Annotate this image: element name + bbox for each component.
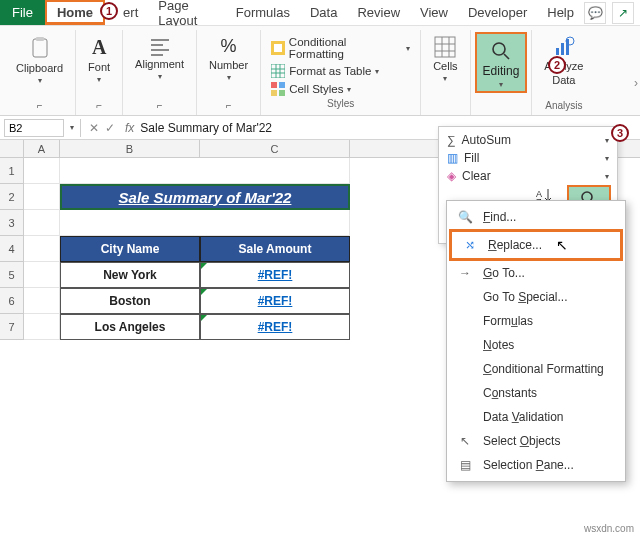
- magnify-icon: [490, 40, 512, 62]
- group-styles: Conditional Formatting▾ Format as Table▾…: [261, 30, 421, 115]
- font-label: Font: [88, 61, 110, 73]
- pane-icon: ▤: [457, 458, 473, 472]
- formula-value[interactable]: Sale Summary of Mar'22: [140, 121, 272, 135]
- menu-goto-special[interactable]: Go To Special...Go To Special...: [447, 285, 625, 309]
- table-row[interactable]: Los Angeles: [60, 314, 200, 340]
- header-city[interactable]: City Name: [60, 236, 200, 262]
- cell[interactable]: [24, 184, 60, 210]
- editing-button[interactable]: Editing ▾: [475, 32, 528, 93]
- row-6[interactable]: 6: [0, 288, 24, 314]
- replace-icon: ⤭: [462, 238, 478, 252]
- chevron-down-icon: ▾: [38, 76, 42, 85]
- cells-button[interactable]: Cells ▾: [429, 32, 461, 87]
- comments-icon[interactable]: 💬: [584, 2, 606, 24]
- tab-help[interactable]: Help: [537, 0, 584, 25]
- alignment-button[interactable]: Alignment ▾: [131, 32, 188, 85]
- menu-constants[interactable]: ConstantsConstants: [447, 381, 625, 405]
- group-clipboard: Clipboard ▾ ⌐: [4, 30, 76, 115]
- svg-rect-8: [279, 90, 285, 96]
- select-all-corner[interactable]: [0, 140, 24, 157]
- header-amount[interactable]: Sale Amount: [200, 236, 350, 262]
- enter-icon[interactable]: ✓: [105, 121, 115, 135]
- cursor-icon: ↖: [556, 237, 568, 253]
- tab-formulas[interactable]: Formulas: [226, 0, 300, 25]
- align-icon: [149, 36, 171, 56]
- ref-error: #REF!: [258, 268, 293, 282]
- cancel-icon[interactable]: ✕: [89, 121, 99, 135]
- tab-file[interactable]: File: [0, 0, 45, 25]
- svg-point-10: [493, 43, 505, 55]
- cellstyle-icon: [271, 82, 285, 96]
- font-button[interactable]: A Font ▾: [84, 32, 114, 88]
- cell-styles-button[interactable]: Cell Styles▾: [271, 80, 410, 98]
- row-2[interactable]: 2: [0, 184, 24, 210]
- fill-icon: ▥: [447, 151, 458, 165]
- cell[interactable]: [60, 158, 350, 184]
- row-7[interactable]: 7: [0, 314, 24, 340]
- group-analysis: Analyze Data Analysis: [532, 30, 595, 115]
- col-C[interactable]: C: [200, 140, 350, 157]
- menu-data-validation[interactable]: Data ValidationData Validation: [447, 405, 625, 429]
- number-button[interactable]: % Number ▾: [205, 32, 252, 86]
- table-row[interactable]: #REF!: [200, 314, 350, 340]
- title-cell[interactable]: Sale Summary of Mar'22: [60, 184, 350, 210]
- clipboard-button[interactable]: Clipboard ▾: [12, 32, 67, 89]
- col-B[interactable]: B: [60, 140, 200, 157]
- row-1[interactable]: 1: [0, 158, 24, 184]
- menu-formulas[interactable]: FormulasFormulas: [447, 309, 625, 333]
- format-as-table-button[interactable]: Format as Table▾: [271, 62, 410, 80]
- menu-select-objects[interactable]: ↖Select ObjectsSelect Objects: [447, 429, 625, 453]
- row-5[interactable]: 5: [0, 262, 24, 288]
- menu-goto[interactable]: →Go To...Go To...: [447, 261, 625, 285]
- cell[interactable]: [24, 210, 60, 236]
- conditional-formatting-button[interactable]: Conditional Formatting▾: [271, 34, 410, 62]
- tab-home-label: Home: [57, 5, 93, 20]
- table-row[interactable]: #REF!: [200, 288, 350, 314]
- number-label: Number: [209, 59, 248, 71]
- fill-button[interactable]: ▥Fill▾: [441, 149, 615, 167]
- share-icon[interactable]: ↗: [612, 2, 634, 24]
- row-3[interactable]: 3: [0, 210, 24, 236]
- percent-icon: %: [221, 36, 237, 57]
- cell[interactable]: [60, 210, 350, 236]
- autosum-button[interactable]: ∑AutoSum ▾: [441, 131, 615, 149]
- group-cells: Cells ▾: [421, 30, 470, 115]
- menu-replace[interactable]: ⤭ Replace... ↖ Replace...: [449, 229, 623, 261]
- group-font: A Font ▾ ⌐: [76, 30, 123, 115]
- cell[interactable]: [24, 262, 60, 288]
- cell[interactable]: [24, 288, 60, 314]
- ribbon-overflow-icon[interactable]: ›: [634, 76, 638, 90]
- fx-icon[interactable]: fx: [119, 121, 140, 135]
- clipboard-label: Clipboard: [16, 62, 63, 74]
- table-row[interactable]: New York: [60, 262, 200, 288]
- cell[interactable]: [24, 236, 60, 262]
- find-select-menu: 🔍FFind...ind... ⤭ Replace... ↖ Replace..…: [446, 200, 626, 482]
- svg-rect-11: [556, 48, 559, 55]
- menu-selection-pane[interactable]: ▤Selection Pane...Selection Pane...: [447, 453, 625, 477]
- svg-rect-12: [561, 43, 564, 55]
- sigma-icon: ∑: [447, 133, 456, 147]
- menu-cond-format[interactable]: Conditional FormattingConditional Format…: [447, 357, 625, 381]
- menu-find[interactable]: 🔍FFind...ind...: [447, 205, 625, 229]
- tab-page-layout[interactable]: Page Layout: [148, 0, 226, 25]
- cell[interactable]: [24, 314, 60, 340]
- tab-view[interactable]: View: [410, 0, 458, 25]
- arrow-right-icon: →: [457, 266, 473, 280]
- tab-data[interactable]: Data: [300, 0, 347, 25]
- menu-notes[interactable]: NotesNotes: [447, 333, 625, 357]
- name-box[interactable]: [4, 119, 64, 137]
- row-4[interactable]: 4: [0, 236, 24, 262]
- group-font-label: ⌐: [96, 100, 102, 113]
- cell[interactable]: [24, 158, 60, 184]
- tab-developer[interactable]: Developer: [458, 0, 537, 25]
- name-box-dropdown-icon[interactable]: ▾: [68, 123, 76, 132]
- clear-button[interactable]: ◈Clear▾: [441, 167, 615, 185]
- font-icon: A: [92, 36, 106, 59]
- svg-rect-7: [271, 90, 277, 96]
- table-row[interactable]: #REF!: [200, 262, 350, 288]
- tab-review[interactable]: Review: [347, 0, 410, 25]
- table-row[interactable]: Boston: [60, 288, 200, 314]
- tab-home[interactable]: Home: [45, 0, 105, 25]
- col-A[interactable]: A: [24, 140, 60, 157]
- svg-rect-5: [271, 82, 277, 88]
